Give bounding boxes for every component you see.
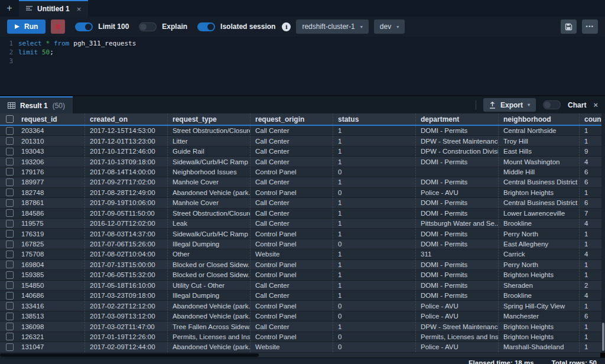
more-options-button[interactable]: •••: [582, 20, 598, 34]
cell-status: 0: [333, 332, 415, 342]
table-row[interactable]: 159385 2017-06-05T15:32:00 Blocked or Cl…: [0, 270, 605, 280]
table-row[interactable]: 126321 2017-01-19T12:26:00 Permits, Lice…: [0, 332, 605, 342]
row-checkbox[interactable]: [6, 240, 14, 248]
stop-button[interactable]: [51, 20, 65, 34]
cluster-selector[interactable]: redshift-cluster-1 ▾: [296, 20, 368, 34]
row-checkbox[interactable]: [6, 220, 14, 228]
cell-neighborhood: Marshall-Shadeland: [498, 342, 579, 352]
tab-untitled-1[interactable]: Untitled 1 ×: [19, 0, 88, 17]
row-checkbox[interactable]: [6, 168, 14, 176]
row-checkbox[interactable]: [6, 127, 14, 135]
run-button[interactable]: Run: [7, 20, 45, 34]
row-checkbox[interactable]: [6, 137, 14, 145]
column-header-department[interactable]: department: [415, 113, 498, 125]
row-checkbox[interactable]: [6, 271, 14, 279]
row-checkbox[interactable]: [6, 313, 14, 320]
new-tab-button[interactable]: +: [0, 0, 19, 17]
cell-request-type: Neighborhood Issues: [167, 167, 250, 177]
info-icon[interactable]: i: [282, 22, 291, 31]
table-row[interactable]: 169804 2017-07-13T15:00:00 Blocked or Cl…: [0, 260, 605, 270]
row-checkbox[interactable]: [6, 178, 14, 186]
table-row[interactable]: 119575 2016-12-07T12:02:00 Leak Call Cen…: [0, 219, 605, 229]
tab-close-icon[interactable]: ×: [77, 5, 82, 14]
cell-request-origin: Call Center: [250, 219, 333, 228]
table-row[interactable]: 136098 2017-03-02T11:47:00 Tree Fallen A…: [0, 321, 605, 332]
limit-toggle[interactable]: [75, 22, 93, 31]
row-checkbox[interactable]: [6, 199, 14, 207]
table-row[interactable]: 193043 2017-10-12T12:46:00 Guide Rail Ca…: [0, 147, 605, 157]
database-selector[interactable]: dev ▾: [374, 20, 405, 34]
editor-line: 3: [0, 57, 605, 66]
table-row[interactable]: 167825 2017-07-06T15:26:00 Illegal Dumpi…: [0, 239, 605, 249]
row-checkbox[interactable]: [6, 148, 14, 155]
export-button[interactable]: Export ▾: [483, 98, 536, 112]
cell-request-origin: Control Panel: [250, 188, 333, 197]
tab-result-1[interactable]: Result 1 (50): [0, 96, 73, 113]
cell-request-type: Blocked or Closed Sidew...: [167, 260, 250, 269]
cell-status: 1: [333, 136, 415, 145]
table-row[interactable]: 176319 2017-08-03T14:37:00 Sidewalk/Curb…: [0, 229, 605, 239]
column-header-status[interactable]: status: [333, 113, 415, 125]
cell-neighborhood: Middle Hill: [498, 167, 579, 177]
table-row[interactable]: 203364 2017-12-15T14:53:00 Street Obstru…: [0, 126, 605, 136]
row-checkbox[interactable]: [6, 323, 14, 330]
row-checkbox[interactable]: [6, 188, 14, 196]
explain-toggle[interactable]: [139, 22, 157, 31]
chart-toggle[interactable]: [543, 100, 561, 109]
table-row[interactable]: 179176 2017-08-14T14:00:00 Neighborhood …: [0, 167, 605, 177]
column-header-request-origin[interactable]: request_origin: [250, 113, 333, 125]
table-row[interactable]: 154850 2017-05-18T16:10:00 Utility Cut -…: [0, 281, 605, 291]
cell-department: 311: [415, 249, 498, 259]
table-row[interactable]: 201310 2017-12-01T13:23:00 Litter Call C…: [0, 136, 605, 146]
horizontal-scrollbar-thumb[interactable]: [0, 353, 259, 357]
row-checkbox[interactable]: [6, 333, 14, 340]
row-checkbox[interactable]: [6, 281, 14, 289]
vertical-scrollbar-thumb[interactable]: [602, 323, 604, 351]
cell-created-on: 2017-03-23T09:18:00: [84, 291, 167, 300]
table-row[interactable]: 184586 2017-09-05T11:50:00 Street Obstru…: [0, 209, 605, 219]
cell-status: 1: [333, 177, 415, 187]
cell-created-on: 2017-08-14T14:00:00: [84, 167, 167, 177]
table-row[interactable]: 133416 2017-02-22T12:12:00 Abandoned Veh…: [0, 301, 605, 311]
select-all-checkbox[interactable]: [6, 115, 14, 123]
cell-department: DOMI - Permits: [415, 239, 498, 249]
column-header-request-type[interactable]: request_type: [167, 113, 250, 125]
table-row[interactable]: 140686 2017-03-23T09:18:00 Illegal Dumpi…: [0, 291, 605, 301]
code-line-1: select*frompgh_311_requests: [18, 39, 136, 48]
row-checkbox[interactable]: [6, 158, 14, 165]
cell-neighborhood: Central Business District: [498, 198, 579, 207]
table-row[interactable]: 138513 2017-03-09T13:12:00 Abandoned Veh…: [0, 311, 605, 321]
row-checkbox[interactable]: [6, 292, 14, 300]
row-checkbox[interactable]: [6, 302, 14, 310]
row-checkbox[interactable]: [6, 209, 14, 217]
sql-editor[interactable]: 1 select*frompgh_311_requests 2 limit50;…: [0, 37, 605, 95]
query-toolbar: Run Limit 100 Explain Isolated session i…: [0, 17, 605, 37]
table-row[interactable]: 175708 2017-08-02T10:04:00 Other Website…: [0, 249, 605, 259]
table-row[interactable]: 182748 2017-08-28T12:49:00 Abandoned Veh…: [0, 188, 605, 198]
cell-request-id: 167825: [21, 240, 44, 248]
editor-line: 1 select*frompgh_311_requests: [0, 39, 605, 48]
row-checkbox[interactable]: [6, 230, 14, 238]
row-checkbox[interactable]: [6, 261, 14, 268]
table-row[interactable]: 187861 2017-09-19T10:06:00 Manhole Cover…: [0, 198, 605, 208]
results-panel: Result 1 (50) Export ▾ Chart ×: [0, 95, 605, 358]
toggle-knob: [140, 24, 147, 30]
isolated-session-toggle[interactable]: [197, 22, 215, 31]
save-button[interactable]: [561, 20, 577, 34]
horizontal-scrollbar[interactable]: [0, 353, 605, 358]
cell-status: 1: [333, 291, 415, 300]
cell-request-id: 203364: [21, 127, 44, 134]
row-checkbox[interactable]: [6, 343, 14, 351]
table-row[interactable]: 193206 2017-10-13T09:18:00 Sidewalk/Curb…: [0, 157, 605, 167]
close-results-icon[interactable]: ×: [593, 100, 598, 109]
cell-created-on: 2017-05-18T16:10:00: [84, 281, 167, 290]
row-checkbox[interactable]: [6, 251, 14, 258]
line-number: 3: [0, 57, 18, 66]
column-header-neighborhood[interactable]: neighborhood: [498, 113, 579, 125]
column-header-request-id[interactable]: request_id: [0, 113, 84, 125]
table-row[interactable]: 131047 2017-02-09T12:44:00 Abandoned Veh…: [0, 342, 605, 352]
cell-request-origin: Call Center: [250, 198, 333, 207]
vertical-scrollbar[interactable]: [601, 113, 605, 353]
column-header-created-on[interactable]: created_on: [84, 113, 167, 125]
table-row[interactable]: 189977 2017-09-27T17:02:00 Manhole Cover…: [0, 177, 605, 187]
